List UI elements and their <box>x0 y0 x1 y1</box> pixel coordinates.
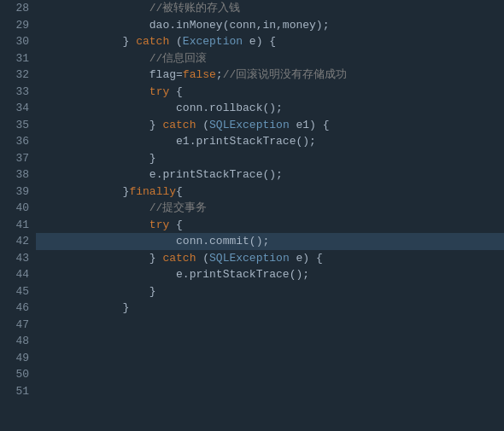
code-token <box>43 218 149 231</box>
code-line: } <box>43 300 504 317</box>
line-number: 51 <box>5 383 29 400</box>
line-number: 32 <box>5 67 29 84</box>
line-number: 35 <box>5 117 29 134</box>
code-token: . <box>202 102 209 114</box>
line-number: 28 <box>5 0 29 17</box>
code-line: } <box>43 283 504 300</box>
code-token: } <box>43 301 129 314</box>
line-number: 40 <box>5 200 29 217</box>
code-token: Exception <box>183 35 243 48</box>
code-token: (); <box>296 135 315 148</box>
line-number: 37 <box>5 150 29 167</box>
code-token: e1 <box>43 135 190 148</box>
code-token: SQLException <box>209 119 290 131</box>
line-number: 31 <box>5 50 29 67</box>
code-token: printStackTrace <box>162 168 262 181</box>
code-token: } <box>43 35 136 48</box>
code-line: dao.inMoney(conn,in,money); <box>43 17 504 34</box>
code-token: } <box>43 119 162 131</box>
code-token: (); <box>262 168 282 181</box>
code-token: } <box>43 252 162 265</box>
line-number: 43 <box>5 250 29 267</box>
code-line: } catch (SQLException e) { <box>43 250 504 267</box>
code-line: } catch (SQLException e1) { <box>43 117 504 134</box>
line-number: 46 <box>5 300 29 317</box>
line-number: 45 <box>5 283 29 300</box>
code-content: //被转账的存入钱 dao.inMoney(conn,in,money); } … <box>36 0 504 431</box>
code-line: e1.printStackTrace(); <box>43 133 504 150</box>
code-line: try { <box>43 84 504 101</box>
code-token: . <box>202 235 209 248</box>
code-token: catch <box>136 35 169 48</box>
line-number: 42 <box>5 233 29 250</box>
code-token: SQLException <box>209 252 290 265</box>
code-line: } catch (Exception e) { <box>43 33 504 50</box>
code-token: dao <box>43 19 169 32</box>
code-token: try <box>149 85 169 98</box>
code-token: (); <box>290 268 309 281</box>
code-line: //提交事务 <box>43 200 504 217</box>
code-token: e) { <box>290 252 323 265</box>
comment-text: //回滚说明没有存储成功 <box>223 68 348 81</box>
code-token: (conn,in,money); <box>223 19 330 32</box>
code-token: } <box>43 152 156 165</box>
line-number: 30 <box>5 33 29 50</box>
comment-text: //信息回滚 <box>43 52 207 65</box>
code-token: printStackTrace <box>190 268 290 281</box>
line-number: 39 <box>5 183 29 201</box>
code-line: flag=false;//回滚说明没有存储成功 <box>43 67 504 84</box>
code-token: conn <box>43 102 202 114</box>
line-number: 41 <box>5 217 29 234</box>
code-token: } <box>43 185 129 198</box>
code-token <box>43 85 149 98</box>
code-token: ; <box>216 68 223 81</box>
code-token: ( <box>196 119 209 131</box>
code-line-highlighted: conn.commit(); <box>36 233 504 250</box>
code-token: { <box>169 85 183 98</box>
code-line: //信息回滚 <box>43 50 504 67</box>
code-editor: 28 29 30 31 32 33 34 35 36 37 38 39 40 4… <box>0 0 504 431</box>
line-number: 36 <box>5 133 29 150</box>
code-token: conn <box>43 235 202 248</box>
code-token: rollback <box>209 102 262 114</box>
code-token: false <box>183 68 216 81</box>
code-line: e.printStackTrace(); <box>43 166 504 183</box>
code-line: try { <box>43 217 504 234</box>
code-token: (); <box>249 235 269 248</box>
code-token: ( <box>196 252 209 265</box>
code-line: //被转账的存入钱 <box>43 0 504 17</box>
code-token: finally <box>129 185 176 198</box>
code-line: conn.rollback(); <box>43 100 504 117</box>
line-numbers: 28 29 30 31 32 33 34 35 36 37 38 39 40 4… <box>0 0 36 431</box>
code-token: catch <box>162 252 196 265</box>
code-token: try <box>149 218 169 231</box>
code-token: e <box>43 168 156 181</box>
code-token: inMoney <box>176 19 223 32</box>
comment-text: //被转账的存入钱 <box>43 2 240 15</box>
code-token: e <box>43 268 183 281</box>
comment-text: //提交事务 <box>43 201 207 214</box>
code-token: catch <box>162 119 196 131</box>
line-number: 33 <box>5 84 29 101</box>
line-number: 44 <box>5 266 29 283</box>
code-token: ( <box>169 35 183 48</box>
line-number: 34 <box>5 100 29 117</box>
code-token: . <box>183 268 190 281</box>
line-number: 29 <box>5 17 29 34</box>
code-token: flag= <box>43 68 183 81</box>
code-line: }finally{ <box>43 183 504 201</box>
code-token: } <box>43 285 156 298</box>
code-token: (); <box>262 102 282 114</box>
line-number: 47 <box>5 317 29 334</box>
line-number: 49 <box>5 350 29 367</box>
code-line: } <box>43 150 504 167</box>
line-number: 48 <box>5 333 29 350</box>
code-token: commit <box>209 235 249 248</box>
line-number: 50 <box>5 366 29 383</box>
code-token: e1) { <box>290 119 330 131</box>
code-token: . <box>169 19 176 32</box>
code-token: printStackTrace <box>196 135 296 148</box>
code-token: { <box>169 218 183 231</box>
code-token: { <box>176 185 183 198</box>
line-number: 38 <box>5 166 29 183</box>
